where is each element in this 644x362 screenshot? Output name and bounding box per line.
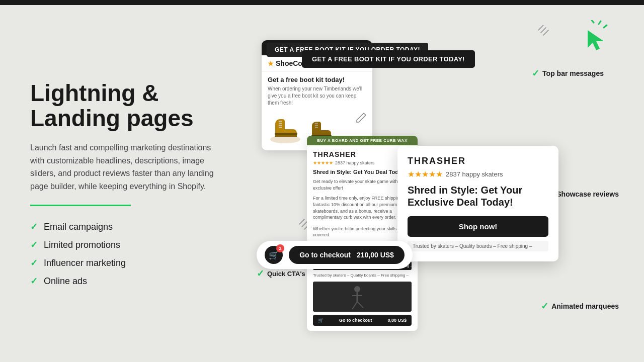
- divider: [30, 205, 131, 206]
- check-icon: ✓: [30, 276, 38, 287]
- top-bar: [0, 0, 644, 5]
- popup-brand: THRASHER: [408, 156, 548, 166]
- skate-sub-marquee: Trusted by skaters – Quality boards – Fr…: [313, 273, 412, 278]
- check-icon: ✓: [532, 68, 539, 79]
- feature-label: Email campaigns: [44, 222, 113, 232]
- cta-checkout-bar: 🛒 2 Go to checkout 210,00 US$: [257, 241, 413, 269]
- edit-icon: [355, 112, 367, 126]
- list-item: ✓ Influencer marketing: [30, 257, 221, 268]
- star-icon: ★★★★★: [313, 160, 333, 165]
- topbar-notification-large: GET A FREE BOOT KIT IF YOU ORDER TODAY!: [302, 50, 475, 68]
- svg-rect-5: [275, 133, 297, 135]
- cart-icon: 🛒: [318, 318, 324, 323]
- stars-count: 2837 happy skaters: [446, 170, 503, 178]
- skate-brand: THRASHER: [313, 150, 412, 158]
- check-icon: ✓: [30, 221, 38, 232]
- svg-line-1: [599, 21, 601, 24]
- svg-line-0: [592, 20, 594, 23]
- feature-label: Influencer marketing: [44, 258, 126, 268]
- cart-badge: 2: [276, 244, 284, 252]
- decorative-lines-top: [538, 25, 553, 42]
- svg-line-14: [538, 25, 543, 30]
- star-icon: ★: [268, 60, 274, 67]
- page-description: Launch fast and compelling marketing des…: [30, 141, 221, 193]
- label-animated-marquees: ✓ Animated marquees: [541, 301, 619, 312]
- star-icons: ★★★★★: [408, 169, 443, 179]
- svg-point-21: [354, 286, 360, 292]
- popup-title: Shred in Style: Get Your Exclusive Deal …: [408, 184, 548, 208]
- skate-card-title: Shred in Style: Get You Deal Today!: [313, 168, 412, 175]
- check-icon: ✓: [541, 301, 548, 312]
- shop-now-button[interactable]: Shop now!: [408, 216, 548, 237]
- page-title: Lightning & Landing pages: [30, 80, 221, 131]
- check-icon: ✓: [257, 268, 264, 279]
- right-section: GET A FREE BOOT KIT IF YOU ORDER TODAY! …: [252, 5, 644, 362]
- popup-marquee: Trusted by skaters – Quality boards – Fr…: [408, 241, 548, 251]
- cart-icon-badge: 🛒 2: [265, 246, 283, 264]
- list-item: ✓ Email campaigns: [30, 221, 221, 232]
- cursor-icon: [579, 20, 614, 55]
- left-section: Lightning & Landing pages Launch fast an…: [0, 60, 252, 307]
- skate-card-desc2: For a limited time only, enjoy FREE ship…: [313, 195, 412, 220]
- main-content: Lightning & Landing pages Launch fast an…: [0, 5, 644, 362]
- skate-card-top-bar: BUY A BOARD AND GET FREE CURB WAX: [307, 136, 418, 145]
- svg-line-15: [541, 28, 546, 33]
- shoe-card-desc: When ordering your new Timberlands we'll…: [262, 85, 372, 112]
- svg-marker-3: [588, 30, 604, 50]
- skate-stars: ★★★★★ 2837 happy skaters: [313, 160, 412, 165]
- list-item: ✓ Limited promotions: [30, 239, 221, 250]
- skate-popup: THRASHER ★★★★★ 2837 happy skaters Shred …: [397, 146, 558, 261]
- popup-stars: ★★★★★ 2837 happy skaters: [408, 169, 548, 179]
- feature-list: ✓ Email campaigns ✓ Limited promotions ✓…: [30, 221, 221, 287]
- svg-line-18: [302, 222, 307, 227]
- cart-icon: 🛒: [269, 250, 279, 260]
- shoe-card-title: Get a free boot kit today!: [262, 72, 372, 85]
- svg-line-17: [299, 219, 304, 224]
- svg-line-2: [604, 25, 607, 28]
- checkout-button[interactable]: Go to checkout 210,00 US$: [289, 246, 405, 264]
- svg-line-16: [543, 30, 548, 35]
- check-icon: ✓: [30, 239, 38, 250]
- feature-label: Online ads: [44, 276, 87, 287]
- cursor-area: [579, 20, 614, 55]
- boot-image-1: [268, 114, 303, 144]
- skate-card-desc3: Whether you're hittin perfecting your sk…: [313, 226, 412, 238]
- feature-label: Limited promotions: [44, 240, 120, 250]
- skate-card-desc: Get ready to elevate your skate game wit…: [313, 178, 412, 191]
- label-top-bar-messages: ✓ Top bar messages: [532, 68, 604, 79]
- check-icon: ✓: [30, 257, 38, 268]
- skate-card-image: [313, 282, 412, 312]
- skate-checkout-bar: 🛒 Go to checkout 0,00 US$: [313, 315, 412, 326]
- list-item: ✓ Online ads: [30, 276, 221, 287]
